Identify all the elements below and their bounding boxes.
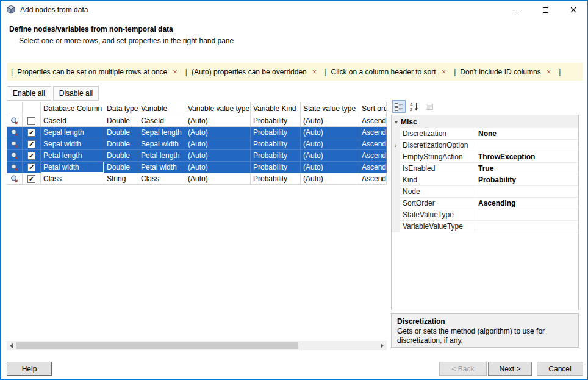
table-cell[interactable]: (Auto) — [185, 150, 251, 162]
table-cell[interactable]: Sepal length — [138, 127, 185, 138]
row-checkbox[interactable]: ✓ — [27, 152, 35, 160]
tip-close-icon[interactable]: × — [173, 68, 177, 76]
table-row[interactable]: ✓Sepal widthDoubleSepal width(Auto)Proba… — [7, 138, 387, 150]
table-cell[interactable]: (Auto) — [185, 173, 251, 185]
property-name[interactable]: StateValueType — [400, 209, 475, 221]
back-button[interactable]: < Back — [439, 362, 487, 376]
row-checkbox[interactable]: ✓ — [27, 129, 35, 137]
table-cell[interactable]: Probability — [251, 173, 301, 185]
property-name[interactable]: DiscretizationOption — [400, 140, 475, 151]
property-name[interactable]: EmptyStringAction — [400, 151, 475, 163]
property-value[interactable] — [475, 140, 578, 151]
scroll-left-arrow[interactable] — [7, 341, 16, 350]
table-cell[interactable]: Class — [138, 173, 185, 185]
scroll-right-arrow[interactable] — [378, 341, 387, 350]
sort-alphabetical-button[interactable]: A Z — [407, 100, 421, 113]
maximize-button[interactable] — [531, 1, 559, 19]
table-cell[interactable]: (Auto) — [301, 150, 359, 162]
property-row[interactable]: ›DiscretizationOption — [392, 140, 578, 151]
table-row[interactable]: ✓ClassStringClass(Auto)Probability(Auto)… — [7, 173, 387, 185]
table-cell[interactable]: Double — [104, 127, 138, 138]
table-cell[interactable]: Sepal width — [41, 138, 104, 150]
enable-all-button[interactable]: Enable all — [7, 86, 51, 101]
table-cell[interactable]: (Auto) — [185, 162, 251, 173]
property-name[interactable]: SortOrder — [400, 198, 475, 209]
table-cell[interactable]: CaseId — [138, 115, 185, 127]
property-value[interactable]: True — [475, 163, 578, 174]
property-value[interactable]: ThrowException — [475, 151, 578, 163]
table-cell[interactable]: Ascending — [359, 127, 387, 138]
property-row[interactable]: Node — [392, 186, 578, 198]
column-header-variable-value-type[interactable]: Variable value type — [185, 102, 251, 115]
table-cell[interactable]: Petal length — [41, 150, 104, 162]
table-cell[interactable]: (Auto) — [301, 138, 359, 150]
horizontal-scrollbar[interactable] — [7, 341, 387, 350]
property-pages-button[interactable] — [423, 100, 436, 113]
table-cell[interactable]: (Auto) — [185, 138, 251, 150]
table-cell[interactable]: (Auto) — [301, 115, 359, 127]
property-value[interactable]: None — [475, 128, 578, 140]
tip-close-icon[interactable]: × — [547, 68, 551, 76]
table-cell[interactable]: Ascending — [359, 150, 387, 162]
scroll-thumb[interactable] — [16, 342, 298, 349]
table-row[interactable]: CaseIdDoubleCaseId(Auto)Probability(Auto… — [7, 115, 387, 127]
table-cell[interactable]: Double — [104, 162, 138, 173]
property-name[interactable]: IsEnabled — [400, 163, 475, 174]
property-row[interactable]: StateValueType — [392, 209, 578, 221]
property-row[interactable]: EmptyStringActionThrowException — [392, 151, 578, 163]
table-cell[interactable]: Double — [104, 138, 138, 150]
table-cell[interactable]: (Auto) — [185, 127, 251, 138]
property-value[interactable] — [475, 186, 578, 198]
table-cell[interactable]: Probability — [251, 150, 301, 162]
table-cell[interactable]: Ascending — [359, 173, 387, 185]
property-category-misc[interactable]: ▾ Misc — [392, 115, 578, 128]
table-row[interactable]: ✓Sepal lengthDoubleSepal length(Auto)Pro… — [7, 127, 387, 138]
table-cell[interactable]: Probability — [251, 127, 301, 138]
property-name[interactable]: Discretization — [400, 128, 475, 140]
column-header-data-type[interactable]: Data type — [104, 102, 138, 115]
row-checkbox[interactable]: ✓ — [27, 163, 35, 171]
close-button[interactable] — [559, 1, 587, 19]
property-value[interactable] — [475, 221, 578, 232]
table-cell[interactable]: (Auto) — [301, 173, 359, 185]
table-cell[interactable]: Petal width — [138, 162, 185, 173]
column-header-blank-1[interactable] — [23, 102, 41, 115]
table-cell[interactable]: Sepal width — [138, 138, 185, 150]
table-cell[interactable]: (Auto) — [301, 162, 359, 173]
column-header-variable[interactable]: Variable — [138, 102, 185, 115]
row-checkbox[interactable]: ✓ — [27, 175, 35, 183]
column-header-blank-0[interactable] — [7, 102, 23, 115]
table-cell[interactable]: Petal length — [138, 150, 185, 162]
table-cell[interactable]: Sepal length — [41, 127, 104, 138]
property-value[interactable]: Ascending — [475, 198, 578, 209]
property-name[interactable]: Kind — [400, 174, 475, 186]
table-cell[interactable]: Class — [41, 173, 104, 185]
table-cell[interactable]: (Auto) — [301, 127, 359, 138]
table-cell[interactable]: Ascending — [359, 138, 387, 150]
property-row[interactable]: VariableValueType — [392, 221, 578, 232]
minimize-button[interactable] — [503, 1, 531, 19]
row-checkbox[interactable] — [27, 117, 35, 125]
property-row[interactable]: DiscretizationNone — [392, 128, 578, 140]
column-header-database-column[interactable]: Database Column — [41, 102, 104, 115]
property-name[interactable]: Node — [400, 186, 475, 198]
table-cell[interactable]: (Auto) — [185, 115, 251, 127]
table-cell[interactable]: Petal width — [41, 162, 104, 173]
tip-close-icon[interactable]: × — [442, 68, 446, 76]
table-cell[interactable]: String — [104, 173, 138, 185]
table-row[interactable]: ✓Petal widthDoublePetal width(Auto)Proba… — [7, 162, 387, 173]
table-cell[interactable]: Double — [104, 150, 138, 162]
table-cell[interactable]: Probability — [251, 115, 301, 127]
column-header-sort-order[interactable]: Sort order — [359, 102, 387, 115]
table-cell[interactable]: Probability — [251, 162, 301, 173]
disable-all-button[interactable]: Disable all — [53, 86, 99, 101]
next-button[interactable]: Next > — [488, 362, 532, 376]
row-checkbox[interactable]: ✓ — [27, 140, 35, 148]
table-cell[interactable]: Ascending — [359, 162, 387, 173]
property-row[interactable]: KindProbability — [392, 174, 578, 186]
property-row[interactable]: IsEnabledTrue — [392, 163, 578, 174]
table-cell[interactable]: Ascending — [359, 115, 387, 127]
categorized-button[interactable] — [392, 100, 406, 113]
tip-close-icon[interactable]: × — [312, 68, 317, 76]
table-cell[interactable]: Double — [104, 115, 138, 127]
